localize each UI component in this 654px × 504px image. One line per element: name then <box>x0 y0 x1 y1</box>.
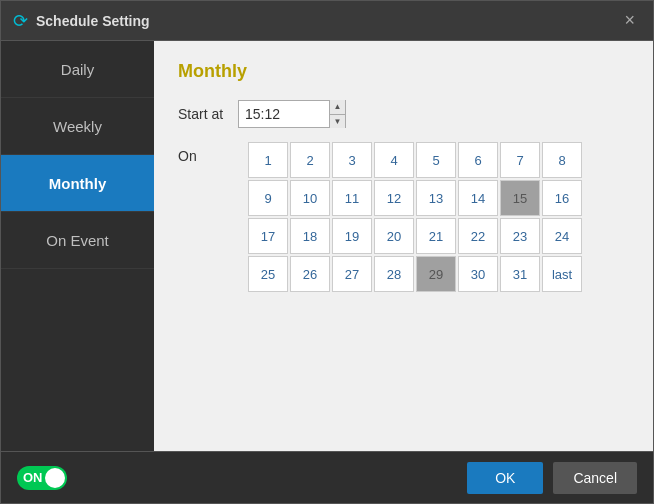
calendar-cell-11[interactable]: 11 <box>332 180 372 216</box>
sidebar-item-monthly[interactable]: Monthly <box>1 155 154 212</box>
sidebar-item-weekly[interactable]: Weekly <box>1 98 154 155</box>
close-button[interactable]: × <box>618 8 641 33</box>
calendar-cell-7[interactable]: 7 <box>500 142 540 178</box>
on-row: On 1234567891011121314151617181920212223… <box>178 142 629 292</box>
toggle-label: ON <box>23 470 43 485</box>
calendar-cell-29[interactable]: 29 <box>416 256 456 292</box>
calendar-cell-5[interactable]: 5 <box>416 142 456 178</box>
calendar-cell-2[interactable]: 2 <box>290 142 330 178</box>
footer: ON OK Cancel <box>1 451 653 503</box>
calendar-grid: 1234567891011121314151617181920212223242… <box>248 142 582 292</box>
calendar-cell-31[interactable]: 31 <box>500 256 540 292</box>
calendar-cell-last[interactable]: last <box>542 256 582 292</box>
calendar-cell-27[interactable]: 27 <box>332 256 372 292</box>
content-area: Monthly Start at ▲ ▼ On 1234567891011121… <box>154 41 653 451</box>
start-at-row: Start at ▲ ▼ <box>178 100 629 128</box>
calendar-cell-3[interactable]: 3 <box>332 142 372 178</box>
calendar-cell-10[interactable]: 10 <box>290 180 330 216</box>
toggle-wrap: ON <box>17 466 67 490</box>
toggle-knob <box>45 468 65 488</box>
time-spinner: ▲ ▼ <box>329 100 345 128</box>
sidebar-item-on-event[interactable]: On Event <box>1 212 154 269</box>
calendar-cell-6[interactable]: 6 <box>458 142 498 178</box>
calendar-cell-19[interactable]: 19 <box>332 218 372 254</box>
calendar-cell-20[interactable]: 20 <box>374 218 414 254</box>
section-title: Monthly <box>178 61 629 82</box>
cancel-button[interactable]: Cancel <box>553 462 637 494</box>
calendar-cell-28[interactable]: 28 <box>374 256 414 292</box>
calendar-cell-22[interactable]: 22 <box>458 218 498 254</box>
calendar-cell-12[interactable]: 12 <box>374 180 414 216</box>
sidebar-item-monthly-label: Monthly <box>49 175 107 192</box>
schedule-dialog: ⟳ Schedule Setting × Daily Weekly Monthl… <box>0 0 654 504</box>
dialog-title: Schedule Setting <box>36 13 618 29</box>
calendar-cell-13[interactable]: 13 <box>416 180 456 216</box>
calendar-cell-1[interactable]: 1 <box>248 142 288 178</box>
calendar-cell-25[interactable]: 25 <box>248 256 288 292</box>
time-up-button[interactable]: ▲ <box>330 100 345 115</box>
on-label: On <box>178 142 238 164</box>
on-off-toggle[interactable]: ON <box>17 466 67 490</box>
ok-button[interactable]: OK <box>467 462 543 494</box>
calendar-cell-23[interactable]: 23 <box>500 218 540 254</box>
calendar-cell-9[interactable]: 9 <box>248 180 288 216</box>
calendar-cell-15[interactable]: 15 <box>500 180 540 216</box>
calendar-cell-18[interactable]: 18 <box>290 218 330 254</box>
footer-buttons: OK Cancel <box>467 462 637 494</box>
calendar-cell-30[interactable]: 30 <box>458 256 498 292</box>
sidebar-item-daily-label: Daily <box>61 61 94 78</box>
title-bar: ⟳ Schedule Setting × <box>1 1 653 41</box>
calendar-cell-26[interactable]: 26 <box>290 256 330 292</box>
time-down-button[interactable]: ▼ <box>330 115 345 129</box>
sidebar-item-daily[interactable]: Daily <box>1 41 154 98</box>
sidebar-item-weekly-label: Weekly <box>53 118 102 135</box>
start-at-label: Start at <box>178 106 238 122</box>
calendar-cell-17[interactable]: 17 <box>248 218 288 254</box>
sidebar-item-on-event-label: On Event <box>46 232 109 249</box>
calendar-cell-21[interactable]: 21 <box>416 218 456 254</box>
calendar-cell-4[interactable]: 4 <box>374 142 414 178</box>
calendar-cell-8[interactable]: 8 <box>542 142 582 178</box>
calendar-cell-24[interactable]: 24 <box>542 218 582 254</box>
schedule-icon: ⟳ <box>13 10 28 32</box>
start-at-input[interactable] <box>239 106 329 122</box>
calendar-cell-16[interactable]: 16 <box>542 180 582 216</box>
sidebar: Daily Weekly Monthly On Event <box>1 41 154 451</box>
calendar-cell-14[interactable]: 14 <box>458 180 498 216</box>
main-content: Daily Weekly Monthly On Event Monthly St… <box>1 41 653 451</box>
time-input-wrap: ▲ ▼ <box>238 100 346 128</box>
